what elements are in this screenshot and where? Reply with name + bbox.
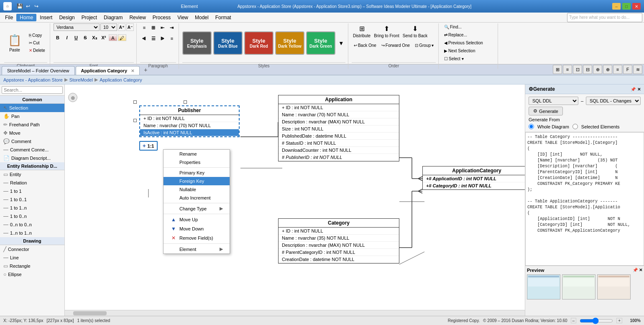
publisher-field-1[interactable]: Name : nvarchar (70) NOT NULL (140, 122, 239, 129)
ctx-auto-increment[interactable]: Auto Increment (164, 194, 230, 202)
tool-selection[interactable]: ↖ Selection (0, 104, 64, 112)
font-color-button[interactable]: A (109, 34, 117, 41)
ctx-rename[interactable]: Rename (164, 150, 230, 158)
cat-field-3[interactable]: # ParentCategoryID : int NOT NULL (279, 249, 399, 256)
navigation-circle[interactable]: ◎ (68, 93, 77, 102)
nav-icon-6[interactable]: ⊕ (603, 65, 612, 74)
tool-pan[interactable]: ✋ Pan (0, 112, 64, 120)
font-face-select[interactable]: Verdana (54, 23, 100, 31)
ctx-nullable[interactable]: Nullable (164, 185, 230, 194)
forward-one-button[interactable]: ↪ Forward One (379, 42, 412, 49)
send-to-back-button[interactable]: ⬇ Send to Back (401, 23, 429, 39)
menu-process[interactable]: Process (149, 14, 174, 21)
app-field-6[interactable]: DownloadCounter : int NOT NULL (279, 147, 399, 154)
ddl-changes-select[interactable]: SQL DDL - Changes (586, 97, 641, 105)
preview-thumb-2[interactable] (562, 274, 595, 299)
entity-application[interactable]: Application + ID : int NOT NULL Name : n… (278, 95, 399, 161)
command-search[interactable]: Type here what you want to do... (567, 13, 642, 22)
h-scrollbar[interactable] (65, 310, 525, 316)
close-button[interactable]: ✕ (632, 3, 641, 10)
nav-icon-8[interactable]: F (623, 65, 632, 74)
appcategory-field-1[interactable]: +# CategoryID : int NOT NULL (423, 182, 525, 189)
cat-field-2[interactable]: Description : nvarchar (MAX) NOT NULL (279, 242, 399, 249)
tool-freehand[interactable]: ✏ Freehand Path (0, 120, 64, 129)
radio-selected-elements[interactable] (572, 124, 578, 129)
ctx-move-down[interactable]: ▼ Move Down (164, 224, 230, 233)
undo-button[interactable]: ↩ (24, 3, 32, 10)
entity-appcategory[interactable]: ApplicationCategory +# ApplicationID : i… (422, 166, 525, 190)
ctx-change-type[interactable]: Change Type ▶ (164, 204, 230, 213)
publisher-field-2[interactable]: IsActive : int NOT NULL (140, 129, 239, 136)
font-size-select[interactable]: 10 (100, 23, 117, 31)
entity-category[interactable]: Category + ID : int NOT NULL Name : nvar… (278, 218, 399, 264)
tool-line[interactable]: — Line (0, 253, 64, 262)
menu-insert[interactable]: Insert (36, 14, 56, 21)
ddl-type-select[interactable]: SQL DDL (529, 97, 578, 105)
align-right[interactable]: ⫸ (158, 34, 167, 43)
panel-close-right[interactable]: ✕ (637, 87, 641, 92)
app-field-4[interactable]: PublishedDate : datetime NULL (279, 133, 399, 140)
cat-field-1[interactable]: Name : nvarchar (35) NOT NULL (279, 235, 399, 242)
app-field-5[interactable]: # StatusID : int NOT NULL (279, 140, 399, 147)
ctx-move-up[interactable]: ▲ Move Up (164, 215, 230, 224)
font-size-increase[interactable]: A⁺ (118, 23, 125, 31)
tab-appcategory[interactable]: Application Category ✕ (76, 66, 140, 75)
ctx-primary-key[interactable]: Primary Key (164, 169, 230, 177)
cat-field-0[interactable]: + ID : int NOT NULL (279, 228, 399, 235)
strikethrough-button[interactable]: S (81, 33, 89, 42)
tool-1to1[interactable]: — 1 to 1 (0, 187, 64, 195)
style-dark-blue[interactable]: Style Dark Blue (213, 31, 243, 55)
find-button[interactable]: 🔍 Find... (442, 23, 464, 31)
style-dark-green[interactable]: Style Dark Green (306, 31, 335, 55)
paste-button[interactable]: 📋 Paste (4, 32, 25, 54)
breadcrumb-item-2[interactable]: Application Category (100, 77, 142, 82)
style-emphasis[interactable]: Style Emphasis (182, 31, 212, 55)
tool-1nto1n[interactable]: — 1..n to 1..n (0, 229, 64, 237)
zoom-minus[interactable]: – (571, 318, 577, 323)
tool-entity[interactable]: ▭ Entity (0, 170, 64, 179)
redo-button[interactable]: ↪ (33, 3, 40, 10)
cat-field-4[interactable]: CreationDate : datetime NOT NULL (279, 256, 399, 263)
tool-1to01[interactable]: — 1 to 0..1 (0, 195, 64, 204)
menu-project[interactable]: Project (78, 14, 100, 21)
publisher-field-0[interactable]: + ID : int NOT NULL (140, 115, 239, 122)
tool-ellipse[interactable]: ○ Ellipse (0, 270, 64, 279)
menu-view[interactable]: View (174, 14, 192, 21)
tool-0nto0n[interactable]: — 0..n to 0..n (0, 220, 64, 229)
nav-icon-1[interactable]: ⊞ (553, 65, 562, 74)
entity-publisher[interactable]: Publisher + ID : int NOT NULL Name : nva… (139, 105, 240, 137)
preview-thumb-1[interactable] (527, 274, 560, 299)
distribute-button[interactable]: ⊞ Distribute (352, 23, 372, 39)
list-ordered[interactable]: ⊞ (149, 23, 158, 32)
ctx-element[interactable]: Element ▶ (164, 245, 230, 253)
indent-increase[interactable]: ⇥ (168, 23, 176, 32)
select-dropdown[interactable]: ☐ Select ▾ (442, 55, 466, 62)
prev-selection-button[interactable]: ◀ Previous Selection (442, 39, 485, 46)
nav-icon-5[interactable]: ⊕ (593, 65, 602, 74)
handle-bm[interactable] (184, 100, 187, 104)
menu-review[interactable]: Review (126, 14, 149, 21)
zoom-slider[interactable] (580, 317, 613, 324)
save-button[interactable]: 💾 (16, 3, 23, 10)
search-input[interactable] (2, 86, 63, 94)
tab-close[interactable]: ✕ (131, 69, 134, 73)
back-one-button[interactable]: ↩ Back One (352, 42, 378, 49)
style-dark-red[interactable]: Style Dark Red (244, 31, 273, 55)
nav-icon-2[interactable]: ≡ (563, 65, 572, 74)
italic-button[interactable]: I (63, 33, 71, 42)
menu-diagram[interactable]: Diagram (100, 14, 126, 21)
bold-button[interactable]: B (54, 33, 62, 42)
h-scrollbar-thumb[interactable] (73, 311, 107, 315)
app-field-7[interactable]: # PublisherID : int NOT NULL (279, 154, 399, 161)
next-selection-button[interactable]: ▶ Next Selection (442, 47, 477, 54)
copy-button[interactable]: ⎘ Copy (27, 32, 47, 39)
style-dark-yellow[interactable]: Style Dark Yellow (275, 31, 304, 55)
align-left[interactable]: ⫷ (140, 34, 148, 43)
app-field-2[interactable]: Description : nvarchar (MAX) NOT NULL (279, 118, 399, 125)
styles-more[interactable]: ▾ (337, 39, 345, 47)
tool-connector[interactable]: ╱ Connector (0, 245, 64, 253)
ctx-foreign-key[interactable]: Foreign Key (164, 177, 230, 185)
subscript-button[interactable]: X₂ (90, 33, 99, 42)
cut-button[interactable]: ✂ Cut (27, 39, 47, 46)
menu-design[interactable]: Design (56, 14, 78, 21)
